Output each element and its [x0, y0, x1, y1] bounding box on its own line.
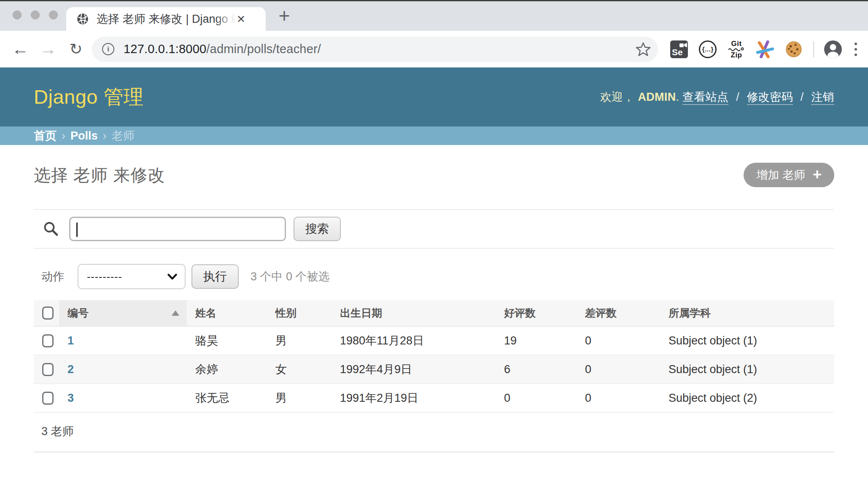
selenium-extension-icon[interactable]: Se — [670, 40, 688, 59]
bookmark-star-icon[interactable] — [635, 41, 651, 57]
chevron-down-icon — [167, 274, 177, 280]
new-tab-icon[interactable]: + — [273, 5, 295, 27]
breadcrumb-separator: › — [103, 129, 107, 142]
text-caret — [76, 223, 78, 237]
breadcrumb-app-link[interactable]: Polls — [70, 129, 98, 142]
cell-bad: 0 — [577, 355, 660, 384]
row-id-link[interactable]: 1 — [67, 334, 74, 347]
browser-menu-icon[interactable] — [855, 43, 857, 56]
execute-button[interactable]: 执行 — [191, 264, 239, 289]
site-brand-link[interactable]: Django 管理 — [34, 84, 144, 110]
globe-favicon-icon — [76, 13, 89, 25]
breadcrumb: 首页 › Polls › 老师 — [0, 126, 868, 145]
sort-ascending-icon[interactable] — [172, 310, 179, 316]
back-icon[interactable]: ← — [11, 40, 30, 59]
column-header-gender: 性别 — [267, 300, 332, 326]
tab-strip: 选择 老师 来修改 | Django 站点管 ✕ + — [0, 1, 868, 31]
cell-good: 0 — [496, 384, 577, 412]
extensions-bar: Se {…} Git Zip — [670, 40, 865, 59]
row-checkbox[interactable] — [42, 363, 54, 376]
cell-gender: 男 — [267, 326, 332, 355]
plus-icon: + — [813, 167, 822, 182]
browser-tab[interactable]: 选择 老师 来修改 | Django 站点管 ✕ — [66, 7, 266, 31]
asterisk-extension-icon[interactable] — [756, 40, 774, 59]
cell-name: 余婷 — [187, 355, 267, 384]
select-all-checkbox[interactable] — [42, 306, 54, 320]
logout-link[interactable]: 注销 — [811, 91, 834, 105]
page-title: 选择 老师 来修改 — [34, 164, 165, 187]
cell-subject: Subject object (1) — [660, 355, 834, 384]
cell-subject: Subject object (2) — [660, 384, 834, 412]
separator: / — [801, 91, 804, 103]
json-braces-extension-icon[interactable]: {…} — [698, 40, 717, 59]
action-select-value: --------- — [87, 271, 122, 283]
forward-icon[interactable]: → — [39, 40, 57, 59]
cell-birth: 1980年11月28日 — [332, 326, 496, 355]
result-count: 3 老师 — [34, 413, 834, 439]
address-bar[interactable]: i 127.0.0.1:8000/admin/polls/teacher/ — [92, 37, 658, 62]
search-input[interactable] — [69, 217, 286, 241]
cell-good: 6 — [496, 355, 577, 384]
window-minimize-button[interactable] — [31, 11, 40, 19]
separator: / — [736, 91, 739, 103]
cell-bad: 0 — [577, 384, 660, 412]
reload-icon[interactable]: ↻ — [67, 40, 85, 58]
row-checkbox[interactable] — [42, 392, 54, 405]
breadcrumb-separator: › — [62, 129, 65, 142]
module-bottom-border — [34, 452, 834, 452]
welcome-text: 欢迎， — [600, 91, 635, 103]
selection-counter: 3 个中 0 个被选 — [251, 269, 330, 284]
info-icon[interactable]: i — [102, 43, 114, 55]
row-checkbox[interactable] — [42, 334, 54, 347]
search-module: 搜索 — [34, 209, 834, 249]
dot: . — [676, 91, 679, 103]
cell-name: 张无忌 — [187, 384, 267, 412]
view-site-link[interactable]: 查看站点 — [682, 91, 728, 105]
table-row: 3 张无忌 男 1991年2月19日 0 0 Subject object (2… — [34, 384, 834, 412]
table-row: 2 余婷 女 1992年4月9日 6 0 Subject object (1) — [34, 355, 834, 384]
admin-header: Django 管理 欢迎， ADMIN. 查看站点 / 修改密码 / 注销 — [0, 67, 868, 126]
user-tools: 欢迎， ADMIN. 查看站点 / 修改密码 / 注销 — [600, 89, 834, 105]
action-select[interactable]: --------- — [78, 264, 186, 289]
column-header-bad[interactable]: 差评数 — [577, 300, 660, 326]
table-header-row: 编号 姓名 性别 出生日期 好评数 差评数 所属学科 — [34, 300, 834, 326]
cell-name: 骆昊 — [187, 326, 267, 355]
url-text: 127.0.0.1:8000/admin/polls/teacher/ — [124, 42, 321, 56]
changelist-table: 编号 姓名 性别 出生日期 好评数 差评数 所属学科 1 骆昊 男 1980年1… — [34, 300, 834, 413]
cell-bad: 0 — [577, 326, 660, 355]
row-id-link[interactable]: 2 — [67, 363, 74, 376]
toolbar-divider — [813, 41, 814, 57]
breadcrumb-current: 老师 — [112, 128, 135, 143]
main-content: 选择 老师 来修改 增加 老师 + 搜索 动作 --------- 执行 3 个… — [0, 145, 868, 452]
tab-title-fade — [216, 11, 236, 27]
actions-label: 动作 — [41, 269, 64, 284]
search-icon — [43, 221, 59, 237]
window-zoom-button[interactable] — [49, 11, 58, 19]
profile-avatar[interactable] — [824, 40, 842, 58]
browser-window: 选择 老师 来修改 | Django 站点管 ✕ + ← → ↻ i 127.0… — [0, 0, 868, 67]
browser-toolbar: ← → ↻ i 127.0.0.1:8000/admin/polls/teach… — [0, 31, 868, 67]
add-teacher-button[interactable]: 增加 老师 + — [744, 163, 834, 187]
cell-birth: 1991年2月19日 — [332, 384, 496, 412]
window-close-button[interactable] — [13, 11, 22, 19]
search-button[interactable]: 搜索 — [294, 217, 341, 241]
cell-birth: 1992年4月9日 — [332, 355, 496, 384]
column-header-id[interactable]: 编号 — [59, 300, 187, 326]
username: ADMIN — [638, 91, 676, 103]
gitzip-extension-icon[interactable]: Git Zip — [727, 40, 746, 59]
cell-good: 19 — [496, 326, 577, 355]
cell-subject: Subject object (1) — [660, 326, 834, 355]
actions-bar: 动作 --------- 执行 3 个中 0 个被选 — [34, 264, 834, 289]
table-row: 1 骆昊 男 1980年11月28日 19 0 Subject object (… — [34, 326, 834, 355]
change-password-link[interactable]: 修改密码 — [747, 91, 793, 105]
cookie-extension-icon[interactable] — [784, 40, 803, 59]
window-controls — [13, 11, 58, 19]
column-header-name[interactable]: 姓名 — [187, 300, 267, 326]
tab-close-icon[interactable]: ✕ — [237, 13, 245, 25]
row-id-link[interactable]: 3 — [67, 392, 74, 404]
breadcrumb-home-link[interactable]: 首页 — [34, 128, 57, 143]
cell-gender: 女 — [267, 355, 332, 384]
tab-title: 选择 老师 来修改 | Django 站点管 — [97, 11, 236, 27]
column-header-good[interactable]: 好评数 — [496, 300, 577, 326]
column-header-birth[interactable]: 出生日期 — [332, 300, 496, 326]
